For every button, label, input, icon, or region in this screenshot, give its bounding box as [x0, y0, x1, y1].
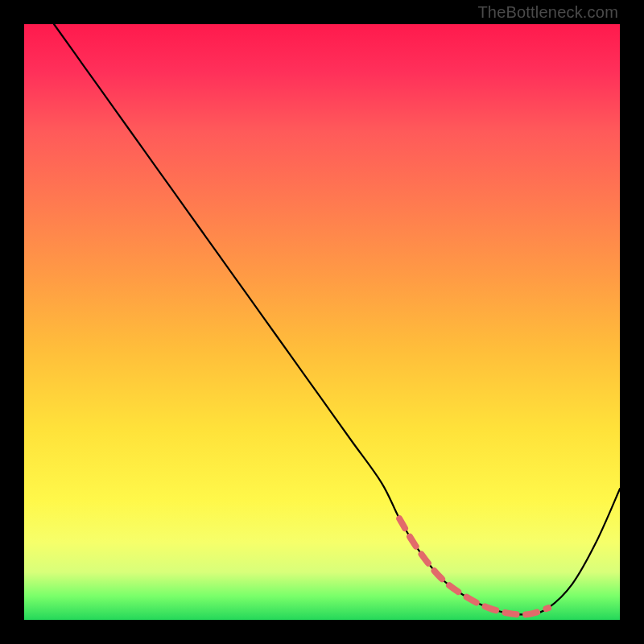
- bottleneck-curve: [54, 24, 620, 615]
- curve-svg: [24, 24, 620, 620]
- plot-area: [24, 24, 620, 620]
- chart-stage: TheBottleneck.com: [0, 0, 644, 644]
- optimal-range-highlight: [399, 518, 548, 614]
- attribution-text: TheBottleneck.com: [477, 3, 618, 22]
